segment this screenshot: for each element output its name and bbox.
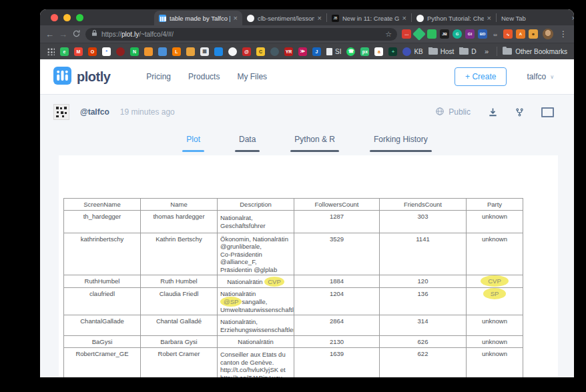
tab-close-icon[interactable]: × xyxy=(487,14,491,22)
forward-icon[interactable]: → xyxy=(59,30,67,39)
extension-icon[interactable]: JB xyxy=(440,29,449,39)
plot-actions: Public xyxy=(435,107,554,118)
plot-thumbnail[interactable] xyxy=(53,104,69,120)
plot-owner[interactable]: @talfco xyxy=(80,107,109,117)
bookmark[interactable]: px xyxy=(360,47,369,56)
bookmark-favicon xyxy=(214,47,223,56)
back-icon[interactable]: ← xyxy=(45,30,54,39)
tab-data[interactable]: Data xyxy=(228,135,266,152)
fork-button[interactable] xyxy=(515,107,524,117)
create-button[interactable]: + Create xyxy=(455,67,507,86)
bookmark[interactable]: e xyxy=(60,47,69,56)
browser-tab-github-2[interactable]: Python Tutorial: Checking t × xyxy=(412,11,496,25)
data-table: ScreenName Name Description FollowersCou… xyxy=(63,198,523,377)
bookmark[interactable]: M xyxy=(74,47,83,56)
fullscreen-button[interactable] xyxy=(541,107,554,117)
bookmark[interactable]: L xyxy=(172,47,181,56)
cell-screenname: ChantalGallade xyxy=(64,315,141,336)
bookmark[interactable]: ☎ xyxy=(346,47,355,56)
cell-party: unknown xyxy=(467,210,523,233)
apps-grid-icon[interactable] xyxy=(47,47,55,55)
reload-icon[interactable] xyxy=(72,29,81,39)
cell-friends: 622 xyxy=(380,347,467,377)
extension-icon[interactable]: A xyxy=(516,29,525,39)
bookmark[interactable]: * xyxy=(102,47,111,56)
cell-name: Ruth Humbel xyxy=(141,275,218,288)
nav-products[interactable]: Products xyxy=(188,72,220,81)
bookmark[interactable]: C xyxy=(256,47,265,56)
zoom-window-button[interactable] xyxy=(76,14,83,21)
tab-underline xyxy=(235,150,260,152)
bookmark[interactable] xyxy=(158,47,167,56)
folder-icon xyxy=(459,48,469,55)
extension-icon[interactable]: GI xyxy=(465,29,475,39)
url-text: https://plot.ly/~talfco/4/#/ xyxy=(101,31,174,38)
plotly-header: plotly Pricing Products My Files + Creat… xyxy=(40,59,574,95)
bookmark[interactable]: J xyxy=(312,47,321,56)
bookmark[interactable]: O xyxy=(88,47,97,56)
bookmark-folder[interactable]: Host xyxy=(428,48,455,55)
bookmark[interactable]: N xyxy=(130,47,139,56)
extension-icon[interactable]: BD xyxy=(478,29,487,39)
minimize-window-button[interactable] xyxy=(63,14,71,21)
plotly-brand-text: plotly xyxy=(77,69,110,85)
chrome-menu-icon[interactable]: ⋮ xyxy=(558,29,569,39)
bookmark[interactable]: ▦ xyxy=(200,47,209,56)
browser-tab-newtab[interactable]: New Tab × xyxy=(497,11,574,25)
table-row: BaGysi Barbara Gysi Nationalrätin 2130 6… xyxy=(64,336,523,348)
extension-icon[interactable]: ∿ xyxy=(503,29,513,39)
plot-timestamp: 19 minutes ago xyxy=(120,107,175,117)
tab-python-r[interactable]: Python & R xyxy=(284,135,346,152)
extension-icon[interactable] xyxy=(427,29,436,39)
column-header: Description xyxy=(218,199,294,211)
other-bookmarks-folder[interactable]: Other Bookmarks xyxy=(503,48,567,55)
extension-icon[interactable]: ▭ xyxy=(491,29,500,39)
bookmark[interactable]: @ xyxy=(242,47,251,56)
download-button[interactable] xyxy=(488,107,498,117)
bookmark[interactable] xyxy=(270,47,279,56)
nav-pricing[interactable]: Pricing xyxy=(146,72,171,81)
browser-tab-github-1[interactable]: clb-sentiment/lesson1-ex1.p × xyxy=(242,11,326,25)
visibility-badge[interactable]: Public xyxy=(435,107,471,118)
user-menu[interactable]: talfco ∨ xyxy=(527,72,554,81)
bookmark-star-icon[interactable]: ☆ xyxy=(385,30,392,39)
tab-title: New Tab xyxy=(501,15,569,22)
tab-close-icon[interactable]: × xyxy=(572,14,574,22)
bookmark-favicon xyxy=(116,47,125,56)
bookmark[interactable]: + xyxy=(388,47,397,56)
bookmark[interactable]: KB xyxy=(402,47,422,56)
bookmark[interactable] xyxy=(186,47,195,56)
tab-close-icon[interactable]: × xyxy=(234,14,238,22)
bookmark[interactable]: SI xyxy=(326,48,341,55)
bookmark[interactable] xyxy=(214,47,223,56)
bookmark[interactable] xyxy=(116,47,125,56)
extension-icon[interactable]: ⋯ xyxy=(402,29,411,39)
tab-plot[interactable]: Plot xyxy=(176,135,211,152)
tab-forking-history[interactable]: Forking History xyxy=(363,135,438,152)
address-bar[interactable]: https://plot.ly/~talfco/4/#/ ☆ xyxy=(85,28,397,41)
bookmark-label: Host xyxy=(441,48,455,55)
bookmarks-overflow-icon[interactable]: » xyxy=(482,47,491,55)
chevron-down-icon: ∨ xyxy=(550,74,554,80)
nav-my-files[interactable]: My Files xyxy=(237,72,267,81)
bookmark[interactable] xyxy=(228,47,237,56)
tab-close-icon[interactable]: × xyxy=(318,14,322,22)
bookmark[interactable]: ≫ xyxy=(298,47,307,56)
extension-icon[interactable] xyxy=(412,27,426,41)
bookmark[interactable]: a xyxy=(374,47,383,56)
bookmark-folder[interactable]: Dev xyxy=(459,48,477,55)
browser-tab-jetbrains[interactable]: JB New in 11: Create GitHub G × xyxy=(327,11,411,25)
cell-name: Kathrin Bertschy xyxy=(141,233,218,275)
close-window-button[interactable] xyxy=(51,14,58,21)
tab-close-icon[interactable]: × xyxy=(402,14,406,22)
bookmark-label: SI xyxy=(335,48,341,55)
extension-icon[interactable]: G xyxy=(453,29,462,39)
traffic-lights xyxy=(40,14,90,25)
plotly-brand[interactable]: plotly xyxy=(53,67,110,87)
cell-party: unknown xyxy=(467,336,523,348)
browser-tab-plotly[interactable]: table made by Talfco | plotl × xyxy=(154,11,242,25)
extension-icon[interactable]: ☻ xyxy=(529,29,538,39)
profile-avatar[interactable] xyxy=(543,29,553,39)
bookmark[interactable] xyxy=(144,47,153,56)
bookmark[interactable]: YR xyxy=(284,47,293,56)
